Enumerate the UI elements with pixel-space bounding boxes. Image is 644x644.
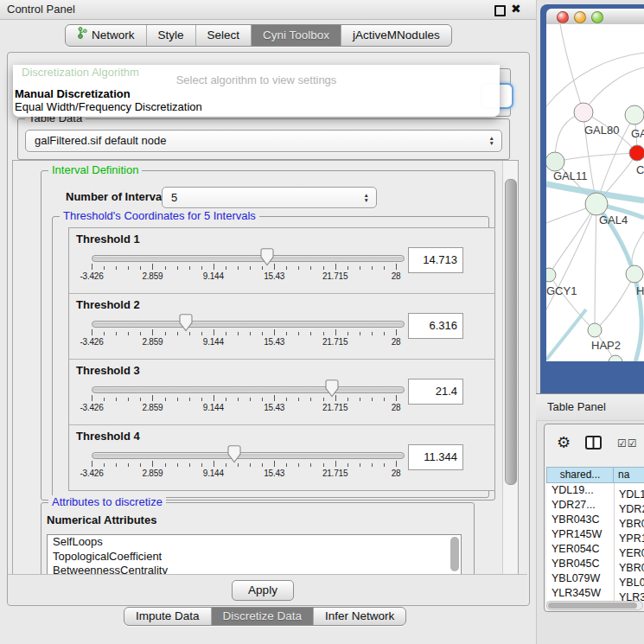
network-node-gal11[interactable] bbox=[546, 152, 564, 171]
tick-mark bbox=[384, 463, 385, 467]
table-row[interactable]: YBR045CYBR0 bbox=[546, 557, 644, 571]
table-rows[interactable]: YDL19...YDL1YDR27...YDR2YBR043CYBR0YPR14… bbox=[546, 483, 644, 601]
network-node[interactable] bbox=[609, 355, 622, 361]
tab-select[interactable]: Select bbox=[196, 25, 252, 46]
tick-mark bbox=[128, 332, 129, 335]
checkboxes-icon[interactable]: ☑☑ bbox=[617, 437, 638, 450]
table-horizontal-scrollbar[interactable] bbox=[546, 601, 643, 610]
thresholds-group: Threshold's Coordinates for 5 Intervals … bbox=[52, 216, 489, 498]
network-node-ga[interactable] bbox=[625, 105, 644, 124]
tick-mark bbox=[384, 332, 385, 335]
table-row[interactable]: YBR043CYBR0 bbox=[546, 513, 644, 527]
table-data-combobox[interactable]: galFiltered.sif default node ▲▼ bbox=[25, 130, 502, 152]
float-window-icon[interactable] bbox=[494, 5, 506, 16]
scrollbar-thumb[interactable] bbox=[505, 179, 517, 485]
tick-mark bbox=[189, 266, 190, 270]
scrollbar-thumb[interactable] bbox=[548, 603, 637, 609]
table-row[interactable]: YDR27...YDR2 bbox=[546, 498, 644, 513]
tick-mark bbox=[335, 329, 336, 335]
threshold-slider-track[interactable] bbox=[92, 321, 405, 328]
tab-infer-network[interactable]: Infer Network bbox=[314, 608, 405, 625]
close-traffic-light[interactable] bbox=[557, 11, 569, 23]
settings-vertical-scrollbar[interactable] bbox=[502, 161, 518, 575]
threshold-slider-track[interactable] bbox=[92, 255, 405, 262]
tab-discretize-data[interactable]: Discretize Data bbox=[212, 608, 315, 625]
minimize-traffic-light[interactable] bbox=[574, 11, 586, 23]
tab-style[interactable]: Style bbox=[147, 25, 196, 46]
column-header-shared-name[interactable]: shared... bbox=[546, 467, 614, 483]
stepper-arrows-icon: ▲▼ bbox=[364, 193, 369, 203]
cell-shared-name: YDL19... bbox=[546, 483, 614, 498]
tab-cyni-toolbox[interactable]: Cyni Toolbox bbox=[252, 25, 341, 46]
numerical-attributes-list[interactable]: SelfLoopsTopologicalCoefficientBetweenne… bbox=[47, 534, 462, 575]
threshold-value-field[interactable]: 6.316 bbox=[408, 313, 463, 339]
tab-impute-data[interactable]: Impute Data bbox=[124, 608, 212, 625]
tick-mark bbox=[360, 398, 360, 401]
table-row[interactable]: YDL19...YDL1 bbox=[546, 483, 644, 498]
column-header-name[interactable]: na bbox=[613, 467, 644, 483]
threshold-slider-thumb[interactable] bbox=[325, 379, 339, 400]
apply-button[interactable]: Apply bbox=[232, 580, 294, 601]
tick-label: 9.144 bbox=[203, 469, 224, 478]
close-icon[interactable]: ✖ bbox=[511, 2, 521, 16]
number-of-intervals-combobox[interactable]: 5 ▲▼ bbox=[162, 187, 377, 208]
threshold-row-1: Threshold 1-3.4262.8599.14415.4321.71528… bbox=[69, 228, 494, 294]
tick-mark bbox=[348, 266, 348, 270]
table-row[interactable]: YBL079WYBL0 bbox=[546, 571, 644, 586]
tick-mark bbox=[189, 463, 190, 467]
network-node-h[interactable] bbox=[626, 265, 643, 283]
columns-icon[interactable] bbox=[585, 436, 602, 452]
network-node-gcy1[interactable] bbox=[546, 268, 556, 282]
zoom-traffic-light[interactable] bbox=[591, 11, 603, 23]
network-node-gal80[interactable] bbox=[574, 103, 593, 122]
tick-mark bbox=[335, 461, 336, 467]
tick-mark bbox=[104, 332, 105, 335]
attribute-item[interactable]: SelfLoops bbox=[48, 535, 461, 550]
tick-mark bbox=[140, 332, 141, 335]
network-canvas[interactable]: GAL80GACGAL11GAL4GCY1HHAP2 bbox=[546, 24, 644, 361]
tick-mark bbox=[92, 461, 92, 467]
threshold-slider-thumb[interactable] bbox=[227, 445, 241, 466]
tick-mark bbox=[262, 463, 263, 467]
table-row[interactable]: YLR345WYLR3 bbox=[546, 586, 644, 601]
tick-mark bbox=[226, 332, 226, 335]
algorithm-option-manual-discretization[interactable]: Manual Discretization bbox=[15, 87, 131, 100]
algorithm-option-equal-width-frequency-discretization[interactable]: Equal Width/Frequency Discretization bbox=[15, 100, 202, 113]
network-graph: GAL80GACGAL11GAL4GCY1HHAP2 bbox=[546, 24, 644, 361]
tick-mark bbox=[116, 266, 117, 270]
tick-mark bbox=[214, 329, 214, 335]
tick-mark bbox=[348, 332, 348, 335]
gear-icon[interactable]: ⚙ bbox=[557, 433, 571, 452]
tick-mark bbox=[238, 266, 239, 270]
tick-label: 21.715 bbox=[322, 403, 348, 412]
threshold-value-field[interactable]: 14.713 bbox=[408, 247, 463, 273]
number-of-intervals-value: 5 bbox=[171, 188, 177, 207]
threshold-slider-track[interactable] bbox=[92, 452, 405, 459]
cell-shared-name: YBR043C bbox=[546, 513, 614, 527]
threshold-value-field[interactable]: 11.344 bbox=[408, 444, 463, 470]
table-row[interactable]: YER054CYER0 bbox=[546, 542, 644, 557]
network-node-c[interactable] bbox=[629, 145, 644, 161]
tab-jactivemnodules[interactable]: jActiveMNodules bbox=[341, 25, 451, 46]
threshold-value-field[interactable]: 21.4 bbox=[408, 379, 463, 405]
threshold-slider-track[interactable] bbox=[92, 386, 405, 393]
network-node-hap2[interactable] bbox=[588, 323, 602, 337]
threshold-slider-thumb[interactable] bbox=[179, 314, 193, 335]
cell-shared-name: YLR345W bbox=[546, 586, 614, 601]
table-row[interactable]: YPR145WYPR1 bbox=[546, 527, 644, 542]
network-edge-thick bbox=[546, 309, 586, 360]
tick-mark bbox=[177, 266, 178, 270]
tick-mark bbox=[226, 398, 226, 401]
attribute-item[interactable]: TopologicalCoefficient bbox=[48, 550, 461, 564]
attributes-scrollbar[interactable] bbox=[450, 537, 459, 571]
tick-mark bbox=[298, 266, 299, 270]
tick-label: 28 bbox=[392, 403, 401, 412]
column-divider bbox=[614, 483, 615, 601]
tab-network[interactable]: Network bbox=[66, 25, 147, 46]
tick-mark bbox=[140, 398, 141, 401]
tick-label: 15.43 bbox=[264, 271, 284, 281]
tick-mark bbox=[360, 463, 360, 467]
network-node-gal4[interactable] bbox=[585, 193, 608, 215]
cell-shared-name: YBR045C bbox=[546, 557, 614, 571]
threshold-slider-thumb[interactable] bbox=[260, 248, 274, 269]
